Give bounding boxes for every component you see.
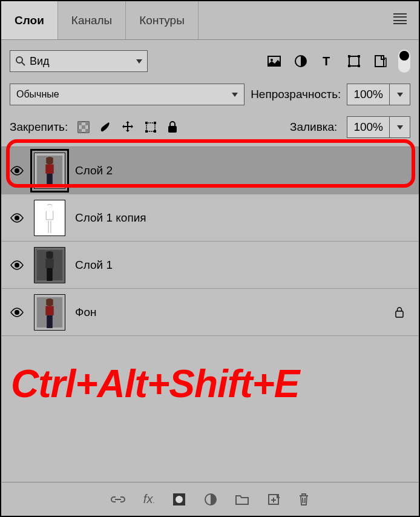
filter-label: Вид — [30, 55, 136, 68]
chevron-down-icon — [136, 59, 142, 64]
svg-rect-6 — [349, 56, 359, 66]
chevron-down-icon — [397, 125, 403, 130]
layer-row[interactable]: Слой 2 — [1, 147, 419, 194]
opacity-input[interactable]: 100% — [347, 84, 410, 105]
svg-rect-29 — [47, 173, 53, 186]
tab-layers[interactable]: Слои — [1, 1, 58, 39]
svg-rect-21 — [145, 130, 148, 133]
opacity-label: Непрозрачность: — [251, 88, 341, 101]
lock-icons-group — [77, 120, 178, 134]
adjustment-layer-icon[interactable] — [204, 493, 217, 506]
svg-rect-43 — [47, 315, 53, 328]
lock-all-icon[interactable] — [167, 121, 178, 133]
blend-row: Обычные Непрозрачность: 100% — [1, 79, 419, 110]
chevron-down-icon — [232, 93, 238, 97]
layer-row[interactable]: Слой 1 копия — [1, 194, 419, 242]
search-icon — [15, 56, 26, 67]
svg-rect-9 — [348, 65, 350, 67]
lock-row: Закрепить: Заливка: 100% — [1, 110, 419, 147]
image-filter-icon[interactable] — [267, 54, 281, 68]
svg-rect-37 — [47, 268, 53, 280]
filter-icons: T — [267, 54, 387, 68]
layer-filter-select[interactable]: Вид — [10, 50, 148, 72]
smartobject-filter-icon[interactable] — [374, 54, 387, 68]
lock-label: Закрепить: — [10, 120, 68, 134]
svg-rect-7 — [348, 55, 350, 58]
svg-rect-11 — [375, 56, 384, 67]
hamburger-icon — [393, 13, 407, 24]
svg-line-1 — [22, 62, 25, 65]
svg-text:T: T — [323, 54, 330, 68]
svg-rect-31 — [34, 200, 65, 235]
fill-dropdown[interactable] — [389, 117, 410, 137]
svg-rect-23 — [168, 126, 177, 133]
svg-point-38 — [15, 310, 19, 315]
fill-value: 100% — [347, 120, 389, 134]
opacity-value: 100% — [347, 88, 389, 101]
layer-mask-icon[interactable] — [172, 493, 186, 506]
annotation-shortcut: Ctrl+Alt+Shift+E — [11, 361, 300, 406]
svg-rect-8 — [358, 55, 360, 58]
svg-rect-19 — [145, 122, 148, 124]
lock-paint-icon[interactable] — [99, 121, 111, 133]
svg-rect-13 — [78, 122, 82, 125]
lock-position-icon[interactable] — [121, 120, 134, 134]
lock-artboard-icon[interactable] — [144, 120, 157, 134]
visibility-toggle[interactable] — [10, 308, 24, 317]
lock-transparency-icon[interactable] — [77, 121, 90, 133]
blend-mode-value: Обычные — [16, 89, 59, 100]
layer-thumbnail[interactable] — [34, 200, 65, 236]
blend-mode-select[interactable]: Обычные — [10, 84, 244, 105]
filter-row: Вид T — [1, 40, 419, 79]
panel-menu-button[interactable] — [393, 13, 407, 24]
lock-indicator[interactable] — [395, 307, 404, 318]
svg-rect-10 — [358, 65, 360, 67]
filter-toggle[interactable] — [398, 50, 410, 73]
svg-point-32 — [15, 263, 19, 268]
layer-name: Слой 1 копия — [75, 211, 146, 225]
eye-icon — [10, 308, 24, 317]
svg-rect-20 — [154, 122, 156, 124]
fill-label: Заливка: — [290, 120, 337, 134]
svg-point-0 — [16, 57, 22, 63]
svg-rect-17 — [85, 129, 89, 133]
panel-footer: fx. — [1, 482, 419, 516]
svg-rect-28 — [45, 164, 53, 173]
svg-point-24 — [15, 168, 19, 173]
visibility-toggle[interactable] — [10, 166, 24, 176]
fill-input[interactable]: 100% — [347, 116, 410, 138]
svg-rect-18 — [146, 123, 155, 131]
svg-point-30 — [15, 216, 19, 220]
layer-thumbnail[interactable] — [34, 247, 65, 283]
opacity-dropdown[interactable] — [389, 84, 410, 105]
svg-rect-16 — [78, 129, 82, 133]
shape-filter-icon[interactable] — [347, 54, 361, 68]
eye-icon — [10, 166, 24, 176]
lock-icon — [395, 307, 404, 318]
svg-point-46 — [176, 496, 183, 503]
visibility-toggle[interactable] — [10, 260, 24, 270]
layer-group-icon[interactable] — [235, 493, 249, 505]
layers-list: Слой 2 Слой 1 копия Слой 1 Фон — [1, 147, 419, 336]
panel-tabs: Слои Каналы Контуры — [1, 1, 419, 40]
eye-icon — [10, 260, 24, 270]
layer-row[interactable]: Фон — [1, 289, 419, 336]
layer-name: Фон — [75, 306, 97, 319]
layer-row[interactable]: Слой 1 — [1, 242, 419, 289]
link-layers-icon[interactable] — [111, 495, 125, 504]
svg-rect-36 — [45, 258, 53, 268]
layer-effects-icon[interactable]: fx. — [143, 492, 154, 506]
delete-layer-icon[interactable] — [298, 493, 309, 506]
eye-icon — [10, 213, 24, 223]
new-layer-icon[interactable] — [267, 493, 280, 506]
layer-thumbnail[interactable] — [34, 294, 65, 331]
tab-paths[interactable]: Контуры — [126, 1, 199, 39]
tab-channels[interactable]: Каналы — [58, 1, 126, 39]
svg-rect-14 — [85, 122, 89, 125]
visibility-toggle[interactable] — [10, 213, 24, 223]
layer-name: Слой 1 — [75, 258, 113, 272]
svg-rect-15 — [82, 125, 85, 129]
text-filter-icon[interactable]: T — [321, 54, 334, 68]
layer-thumbnail[interactable] — [34, 153, 65, 189]
adjustment-filter-icon[interactable] — [294, 54, 307, 68]
